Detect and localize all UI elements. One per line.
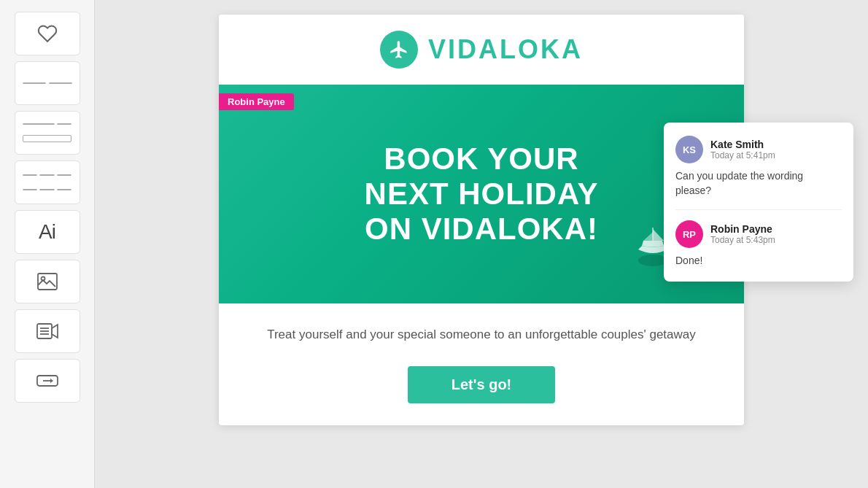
svg-marker-8 xyxy=(50,379,53,383)
email-body: Treat yourself and your special someone … xyxy=(219,303,744,359)
comment-item-robin: RP Robin Payne Today at 5:43pm Done! xyxy=(675,220,842,268)
sidebar-item-video-tool[interactable] xyxy=(15,309,80,353)
comment-meta-robin: Robin Payne Today at 5:43pm xyxy=(710,223,775,245)
hero-line2: NEXT HOLIDAY xyxy=(365,177,599,212)
comment-panel: KS Kate Smith Today at 5:41pm Can you up… xyxy=(664,123,853,282)
sidebar-item-heart-folder[interactable] xyxy=(15,12,80,55)
sidebar-item-layout-quad[interactable] xyxy=(15,160,80,204)
hero-tag: Robin Payne xyxy=(219,93,294,110)
hero-line3: ON VIDALOKA! xyxy=(365,212,599,247)
sidebar-item-image-tool[interactable] xyxy=(15,260,80,303)
avatar-robin: RP xyxy=(675,220,703,248)
comment-item-kate: KS Kate Smith Today at 5:41pm Can you up… xyxy=(675,136,842,198)
tagline-text: Treat yourself and your special someone … xyxy=(248,325,715,344)
text-tool-label: Ai xyxy=(39,220,55,244)
hero-headline: BOOK YOUR NEXT HOLIDAY ON VIDALOKA! xyxy=(365,142,599,247)
comment-time-kate: Today at 5:41pm xyxy=(710,150,775,160)
sidebar: Ai xyxy=(0,0,95,488)
cta-section: Let's go! xyxy=(219,359,744,425)
comment-divider xyxy=(675,209,842,210)
sidebar-item-layout-single[interactable] xyxy=(15,61,80,105)
avatar-kate: KS xyxy=(675,136,703,163)
comment-meta-kate: Kate Smith Today at 5:41pm xyxy=(710,139,775,160)
comment-text-kate: Can you update the wording please? xyxy=(675,169,842,198)
logo-icon xyxy=(380,31,418,69)
comment-header-kate: KS Kate Smith Today at 5:41pm xyxy=(675,136,842,163)
sidebar-item-text-tool[interactable]: Ai xyxy=(15,210,80,254)
main-content: VIDALOKA Robin Payne BOOK YOUR NEXT HOLI… xyxy=(95,0,868,488)
cta-button[interactable]: Let's go! xyxy=(408,366,556,403)
comment-header-robin: RP Robin Payne Today at 5:43pm xyxy=(675,220,842,248)
hero-line1: BOOK YOUR xyxy=(365,142,599,177)
comment-time-robin: Today at 5:43pm xyxy=(710,235,775,245)
logo-text: VIDALOKA xyxy=(428,34,583,65)
commenter-name-kate: Kate Smith xyxy=(710,139,775,150)
comment-text-robin: Done! xyxy=(675,254,842,268)
sidebar-item-button-tool[interactable] xyxy=(15,359,80,403)
sidebar-item-layout-double[interactable] xyxy=(15,111,80,155)
email-header: VIDALOKA xyxy=(219,15,744,85)
commenter-name-robin: Robin Payne xyxy=(710,223,775,235)
svg-point-9 xyxy=(638,255,667,266)
